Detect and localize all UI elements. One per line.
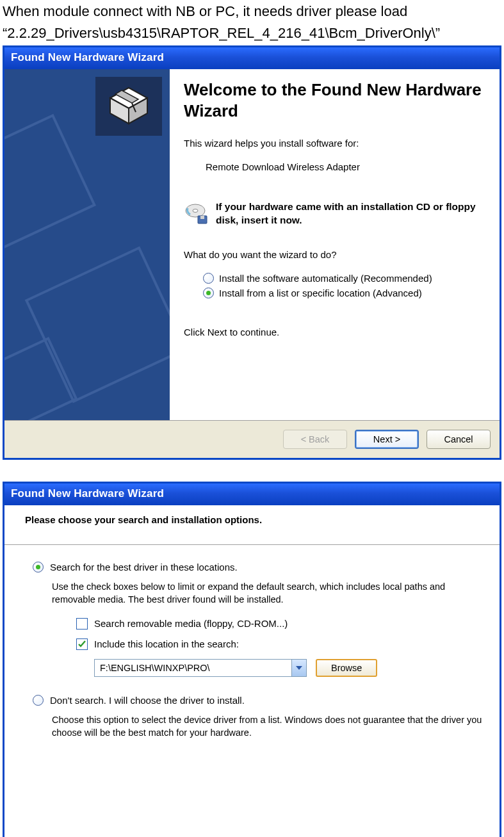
checkbox-icon [76, 618, 88, 630]
combo-dropdown-button[interactable] [291, 660, 306, 676]
radio-dont-search[interactable]: Don't search. I will choose the driver t… [33, 695, 484, 706]
radio-search-best[interactable]: Search for the best driver in these loca… [33, 562, 484, 573]
svg-rect-8 [200, 216, 204, 219]
checkbox-icon [76, 638, 88, 650]
wizard-heading: Welcome to the Found New Hardware Wizard [184, 79, 488, 121]
cancel-button[interactable]: Cancel [427, 430, 491, 449]
svg-point-6 [193, 209, 198, 213]
checkbox-include-location[interactable]: Include this location in the search: [76, 638, 484, 650]
dialog1-button-row: < Back Next > Cancel [4, 420, 500, 458]
dialog2-header: Please choose your search and installati… [4, 505, 500, 545]
back-button: < Back [283, 430, 347, 449]
hardware-box-icon [95, 77, 162, 136]
radio-icon [33, 695, 44, 706]
radio-icon [203, 273, 214, 284]
radio-auto-install[interactable]: Install the software automatically (Reco… [203, 273, 488, 284]
radio-dont-search-label: Don't search. I will choose the driver t… [50, 695, 245, 706]
radio-list-label: Install from a list or specific location… [219, 288, 422, 298]
svg-marker-9 [296, 666, 302, 670]
radio-auto-label: Install the software automatically (Reco… [219, 273, 432, 284]
radio-list-install[interactable]: Install from a list or specific location… [203, 288, 488, 298]
insert-cd-text: If your hardware came with an installati… [216, 200, 488, 227]
what-do-text: What do you want the wizard to do? [184, 249, 488, 260]
radio-icon [203, 288, 214, 298]
path-combobox[interactable] [94, 659, 307, 677]
browse-button[interactable]: Browse [316, 659, 377, 677]
intro-line1: When module connect with NB or PC, it ne… [3, 3, 501, 20]
radio-icon [33, 562, 44, 573]
device-name: Remote Download Wireless Adapter [206, 161, 488, 172]
next-button[interactable]: Next > [355, 430, 419, 449]
click-next-text: Click Next to continue. [184, 327, 488, 337]
dont-search-desc: Choose this option to select the device … [52, 713, 484, 740]
checkbox-location-label: Include this location in the search: [94, 638, 239, 649]
hardware-wizard-dialog-1: Found New Hardware Wizard Welcome to the… [3, 45, 501, 460]
dialog2-title-bar: Found New Hardware Wizard [4, 484, 500, 505]
wizard-intro-text: This wizard helps you install software f… [184, 138, 488, 149]
path-input[interactable] [95, 660, 291, 676]
wizard-side-graphic [4, 69, 170, 420]
hardware-wizard-dialog-2: Found New Hardware Wizard Please choose … [3, 482, 501, 837]
search-desc: Use the check boxes below to limit or ex… [52, 580, 484, 606]
intro-line2: “2.2.29_Drivers\usb4315\RAPTOR_REL_4_216… [3, 24, 501, 42]
dialog1-title-bar: Found New Hardware Wizard [4, 47, 500, 69]
cd-icon [184, 200, 209, 226]
checkbox-removable-label: Search removable media (floppy, CD-ROM..… [94, 618, 288, 629]
chevron-down-icon [296, 666, 302, 670]
radio-search-label: Search for the best driver in these loca… [50, 562, 238, 573]
checkbox-removable[interactable]: Search removable media (floppy, CD-ROM..… [76, 618, 484, 630]
